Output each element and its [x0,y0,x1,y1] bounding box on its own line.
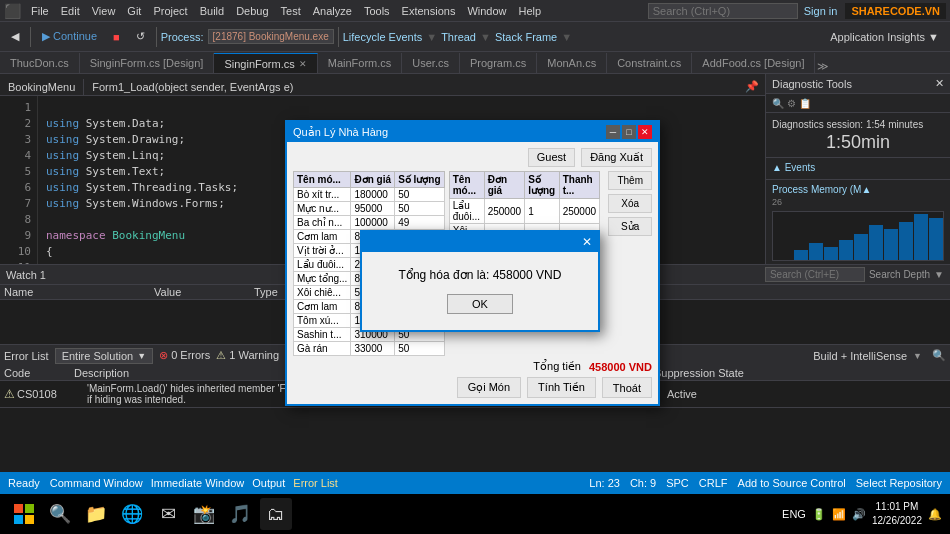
clock-time: 11:01 PM [872,500,922,514]
diagnostic-close-icon[interactable]: ✕ [935,77,944,90]
notification-icon[interactable]: 🔔 [928,508,942,521]
left-col-qty: Số lượng [395,172,445,188]
camera-taskbar-icon[interactable]: 📸 [188,498,220,530]
diagnostic-panel: Diagnostic Tools ✕ 🔍 ⚙ 📋 Diagnostics ses… [765,74,950,264]
thoat-btn[interactable]: Thoát [602,377,652,398]
chart-bar [884,229,898,260]
left-row[interactable]: Ba chỉ n...10000049 [294,216,445,230]
toolbar: ◀ ▶ Continue ■ ↺ Process: [21876] Bookin… [0,22,950,52]
left-row[interactable]: Bò xít tr...18000050 [294,188,445,202]
tab-constraint[interactable]: Constraint.cs [607,53,692,73]
tab-thucdon[interactable]: ThucDon.cs [0,53,80,73]
minimize-btn[interactable]: ─ [606,125,620,139]
start-button[interactable] [8,498,40,530]
menu-file[interactable]: File [25,3,55,19]
menu-debug[interactable]: Debug [230,3,274,19]
process-value[interactable]: [21876] BookingMenu.exe [208,29,334,44]
solution-selector[interactable]: Entire Solution ▼ [55,348,153,364]
sua-btn[interactable]: Sửa [608,217,652,236]
tab-monan[interactable]: MonAn.cs [537,53,607,73]
tab-user[interactable]: User.cs [402,53,460,73]
session-info: Diagnostics session: 1:54 minutes 1:50mi… [766,113,950,158]
method-selector[interactable]: Form1_Load(object sender, EventArgs e) [84,79,301,95]
memory-label: Process Memory (M▲ [772,184,944,195]
toolbar-sep-thread: ▼ [480,31,491,43]
menu-window[interactable]: Window [461,3,512,19]
app-insights[interactable]: Application Insights ▼ [823,28,946,46]
browser-icon[interactable]: 🌐 [116,498,148,530]
pin-icon[interactable]: 📌 [739,78,765,95]
toolbar-stop[interactable]: ■ [106,28,127,46]
memory-section: Process Memory (M▲ 26 [766,180,950,264]
dialog-ok-btn[interactable]: OK [447,294,513,314]
logo-text: SHARECODE.VN [845,3,946,19]
line-numbers: 12345 678910 1112131415 1617181920 21222… [0,96,38,264]
action-buttons: Gọi Món Tính Tiền Thoát [293,377,652,398]
tab-addfood[interactable]: AddFood.cs [Design] [692,53,815,73]
depth-dropdown[interactable]: ▼ [934,269,944,280]
chart-bar [899,222,913,260]
them-btn[interactable]: Thêm [608,171,652,190]
menu-build[interactable]: Build [194,3,230,19]
close-btn[interactable]: ✕ [638,125,652,139]
menu-view[interactable]: View [86,3,122,19]
music-icon[interactable]: 🎵 [224,498,256,530]
namespace-selector[interactable]: BookingMenu [0,79,84,95]
left-row[interactable]: Mực nư...9500050 [294,202,445,216]
menu-test[interactable]: Test [275,3,307,19]
right-col-qty: Số lượng [525,172,560,199]
tab-program[interactable]: Program.cs [460,53,537,73]
build-dropdown-icon[interactable]: ▼ [913,351,922,361]
toolbar-restart[interactable]: ↺ [129,27,152,46]
source-control-btn[interactable]: Add to Source Control [738,477,846,489]
xoa-btn[interactable]: Xóa [608,194,652,213]
menu-analyze[interactable]: Analyze [307,3,358,19]
file-manager-icon[interactable]: 📁 [80,498,112,530]
error-count: ⊗ 0 Errors [159,349,210,362]
search-input[interactable] [648,3,798,19]
total-row: Tổng tiền 458000 VND [293,360,652,373]
warning-row-icon: ⚠ [4,387,15,401]
error-code: CS0108 [17,388,87,400]
mail-icon[interactable]: ✉ [152,498,184,530]
more-tabs-btn[interactable]: ≫ [817,60,829,73]
menu-tools[interactable]: Tools [358,3,396,19]
tab-singinform-design[interactable]: SinginForm.cs [Design] [80,53,215,73]
toolbar-back[interactable]: ◀ [4,27,26,46]
sign-in-link[interactable]: Sign in [804,5,838,17]
session-timer: 1:50min [772,132,944,153]
error-suppression: Active [667,388,946,400]
stack-label: Stack Frame [495,31,557,43]
col-header-code: Code [4,367,74,379]
ln-indicator: Ln: 23 [589,477,620,489]
right-row[interactable]: Lẩu đuôi...2500001250000 [449,199,600,224]
menu-help[interactable]: Help [513,3,548,19]
col-header-supp: Suppression State [654,367,946,379]
search-taskbar-icon[interactable]: 🔍 [44,498,76,530]
toolbar-sep-3 [338,27,339,47]
ready-status: Ready [8,477,40,489]
dialog-close-btn[interactable]: ✕ [582,235,592,249]
tab-singinform[interactable]: SinginForm.cs ✕ [214,53,317,73]
ch-indicator: Ch: 9 [630,477,656,489]
watch-search[interactable] [765,267,865,282]
menu-bar: ⬛ File Edit View Git Project Build Debug… [0,0,950,22]
tab-mainform[interactable]: MainForm.cs [318,53,403,73]
goimon-btn[interactable]: Gọi Món [457,377,521,398]
toolbar-continue[interactable]: ▶ Continue [35,27,104,46]
status-bar: Ready Command Window Immediate Window Ou… [0,472,950,494]
close-tab-icon[interactable]: ✕ [299,59,307,69]
menu-project[interactable]: Project [147,3,193,19]
error-search-icon[interactable]: 🔍 [932,349,946,362]
menu-extensions[interactable]: Extensions [396,3,462,19]
search-depth-label: Search Depth [869,269,930,280]
dangxuat-btn[interactable]: Đăng Xuất [581,148,652,167]
left-row[interactable]: Gà rán3300050 [294,342,445,356]
menu-git[interactable]: Git [121,3,147,19]
menu-edit[interactable]: Edit [55,3,86,19]
select-repo-btn[interactable]: Select Repository [856,477,942,489]
maximize-btn[interactable]: □ [622,125,636,139]
tinhtien-btn[interactable]: Tính Tiền [527,377,596,398]
vs-taskbar-icon[interactable]: 🗂 [260,498,292,530]
spc-indicator: SPC [666,477,689,489]
